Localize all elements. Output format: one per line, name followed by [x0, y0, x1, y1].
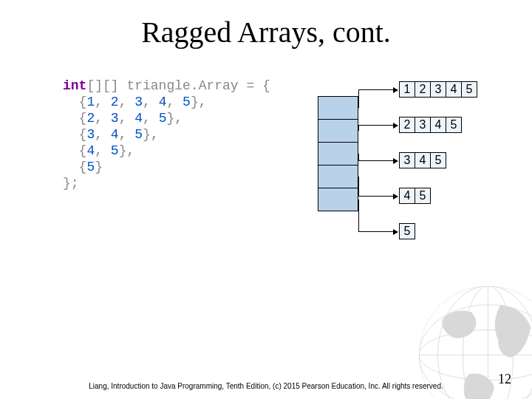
- globe-icon: [406, 273, 532, 399]
- pointer-arrow: [358, 196, 398, 197]
- value-cell: 3: [399, 152, 415, 168]
- pointer-connector: [358, 177, 359, 197]
- ref-cell: [318, 96, 358, 120]
- value-rows: 123452345345455: [399, 81, 477, 259]
- pointer-arrow: [358, 160, 398, 161]
- copyright-footer: Liang, Introduction to Java Programming,…: [0, 382, 532, 390]
- value-cell: 5: [399, 223, 415, 239]
- value-cell: 5: [461, 81, 477, 98]
- value-cell: 4: [399, 188, 415, 204]
- pointer-connector: [358, 125, 359, 131]
- value-row: 5: [399, 223, 477, 239]
- value-cell: 1: [399, 81, 415, 98]
- value-cell: 2: [399, 117, 415, 133]
- pointer-connector: [358, 89, 359, 108]
- pointer-connector: [358, 154, 359, 161]
- value-row: 12345: [399, 81, 477, 98]
- value-cell: 5: [446, 117, 462, 133]
- value-row: 45: [399, 188, 477, 204]
- value-cell: 5: [415, 188, 431, 204]
- value-row: 2345: [399, 117, 477, 133]
- slide-title: Ragged Arrays, cont.: [0, 15, 532, 50]
- value-cell: 4: [415, 152, 431, 168]
- value-cell: 4: [446, 81, 462, 98]
- value-row: 345: [399, 152, 477, 168]
- pointer-arrow: [358, 231, 398, 232]
- ref-cell: [318, 188, 358, 211]
- page-number: 12: [498, 372, 511, 387]
- reference-column: [318, 96, 358, 211]
- code-block: int[][] triangle.Array = { {1, 2, 3, 4, …: [63, 78, 270, 191]
- ref-cell: [318, 119, 358, 143]
- pointer-arrow: [358, 89, 398, 90]
- pointer-connector: [358, 200, 359, 232]
- value-cell: 2: [415, 81, 431, 98]
- pointer-arrow: [358, 125, 398, 126]
- value-cell: 3: [415, 117, 431, 133]
- value-cell: 3: [430, 81, 446, 98]
- ref-cell: [318, 165, 358, 188]
- value-cell: 4: [430, 117, 446, 133]
- ref-cell: [318, 142, 358, 166]
- value-cell: 5: [430, 152, 446, 168]
